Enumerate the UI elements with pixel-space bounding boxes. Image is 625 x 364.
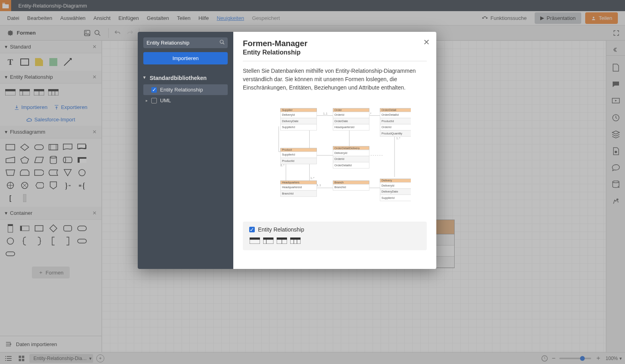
svg-text:SupplierId: SupplierId — [282, 153, 295, 156]
modal-subtitle: Entity Relationship — [243, 49, 427, 61]
std-libraries-heading[interactable]: Standardbibliotheken — [143, 73, 228, 84]
svg-text:1..*: 1..* — [396, 137, 400, 140]
modal-title: Formen-Manager — [243, 39, 427, 48]
svg-rect-123 — [250, 237, 260, 239]
svg-rect-128 — [277, 237, 287, 239]
shape-search-input[interactable] — [143, 37, 228, 48]
er-shape-3[interactable] — [276, 236, 287, 245]
svg-text:Order: Order — [334, 108, 342, 112]
svg-text:SupplierId: SupplierId — [381, 196, 395, 200]
category-label: Entity Relationship — [258, 226, 304, 233]
svg-point-55 — [220, 40, 223, 43]
erd-preview-image: 0..*1..1 0..*1..1 1..*1..1 0..*1..* Supp… — [243, 97, 427, 217]
svg-text:1..1: 1..1 — [323, 112, 328, 115]
svg-text:Headquarters: Headquarters — [282, 181, 299, 184]
svg-rect-126 — [263, 239, 273, 244]
svg-text:OrderDetailId: OrderDetailId — [334, 164, 352, 167]
svg-text:DeliveryId: DeliveryId — [334, 151, 347, 155]
lib-uml[interactable]: UML — [143, 95, 228, 106]
svg-rect-124 — [250, 239, 260, 244]
search-icon[interactable] — [219, 39, 225, 45]
lib-entity-relationship[interactable]: ✓ Entity Relationship — [143, 84, 228, 95]
svg-rect-131 — [290, 237, 301, 239]
close-modal-button[interactable]: ✕ — [423, 37, 430, 47]
svg-text:SupplierId: SupplierId — [282, 125, 295, 129]
svg-text:ProductId: ProductId — [381, 119, 394, 123]
svg-text:ProductQuantity: ProductQuantity — [381, 132, 402, 135]
svg-text:HeadquartersId: HeadquartersId — [282, 185, 302, 189]
svg-text:OrderDate: OrderDate — [334, 119, 348, 123]
svg-text:DeliveryId: DeliveryId — [381, 184, 394, 187]
svg-text:Delivery: Delivery — [381, 179, 392, 182]
svg-rect-125 — [263, 237, 273, 239]
svg-text:OrderId: OrderId — [381, 125, 391, 129]
modal-content: ✕ Formen-Manager Entity Relationship Ste… — [233, 32, 436, 269]
checkbox-checked-icon[interactable]: ✓ — [249, 227, 255, 232]
svg-text:DeliveryDate: DeliveryDate — [282, 119, 299, 123]
import-button[interactable]: Importieren — [143, 52, 228, 64]
svg-text:0..*: 0..* — [281, 164, 285, 167]
svg-text:OrderDetail: OrderDetail — [381, 108, 396, 112]
svg-text:OrderId: OrderId — [334, 157, 344, 161]
svg-text:Supplier: Supplier — [282, 108, 293, 112]
svg-text:DeliveryId: DeliveryId — [282, 113, 295, 117]
svg-text:Branch: Branch — [334, 181, 344, 184]
er-shape-1[interactable] — [249, 236, 260, 245]
svg-line-56 — [223, 43, 225, 45]
svg-text:HeadquartersId: HeadquartersId — [334, 125, 354, 129]
svg-text:BranchId: BranchId — [334, 185, 346, 189]
svg-rect-132 — [290, 239, 301, 244]
modal-sidebar: Importieren Standardbibliotheken ✓ Entit… — [138, 32, 233, 269]
svg-text:ProductId: ProductId — [282, 159, 294, 163]
checkbox-checked-icon[interactable]: ✓ — [151, 87, 157, 93]
shapes-manager-modal: Importieren Standardbibliotheken ✓ Entit… — [138, 32, 436, 269]
modal-description: Stellen Sie Datenbanken mithilfe von Ent… — [243, 61, 427, 97]
svg-text:OrderDetailDelivery: OrderDetailDelivery — [334, 146, 360, 150]
svg-text:1..1: 1..1 — [317, 184, 321, 187]
svg-text:OrderDetailId: OrderDetailId — [381, 113, 398, 117]
svg-text:OrderId: OrderId — [334, 113, 344, 117]
er-shape-4[interactable] — [290, 236, 301, 245]
svg-text:Product: Product — [282, 148, 292, 152]
er-shape-2[interactable] — [263, 236, 274, 245]
svg-text:BranchId: BranchId — [282, 192, 293, 195]
shape-category-er: ✓ Entity Relationship — [243, 222, 427, 250]
svg-text:DeliveryDate: DeliveryDate — [381, 190, 398, 193]
svg-text:1..*: 1..* — [311, 177, 314, 179]
checkbox-icon[interactable] — [151, 98, 157, 103]
